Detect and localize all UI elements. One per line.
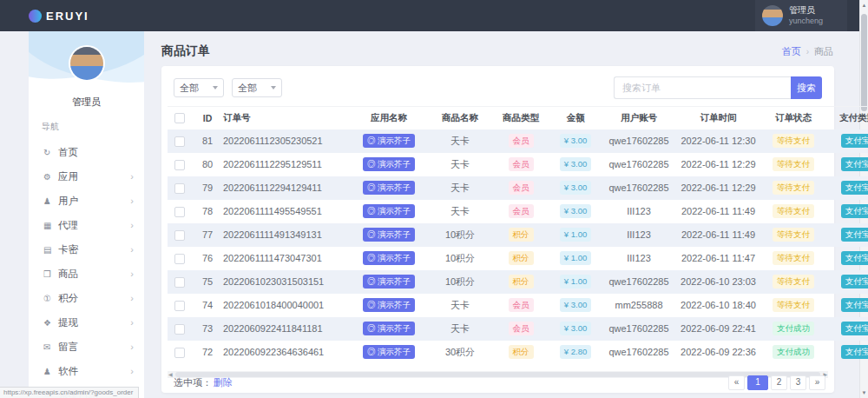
order-time: 2022-06-11 11:47 bbox=[676, 247, 760, 270]
page-button-2[interactable]: 2 bbox=[771, 375, 787, 390]
app-badge: ◎ 演示芥子 bbox=[363, 157, 415, 171]
order-no: 2022061111495549551 bbox=[223, 200, 350, 223]
page-button-«[interactable]: « bbox=[728, 375, 745, 390]
page-button-3[interactable]: 3 bbox=[790, 375, 806, 390]
withdraw-icon: ❖ bbox=[43, 318, 58, 328]
search-input[interactable] bbox=[614, 76, 791, 99]
filter-select-2[interactable]: 全部 bbox=[232, 78, 282, 97]
type-badge: 积分 bbox=[509, 228, 534, 242]
order-id: 78 bbox=[192, 200, 223, 223]
orders-card: 全部 全部 搜索 ID订单号应用名称商品名称商品类型金额用户账号订单时间订单状态… bbox=[161, 66, 834, 393]
row-checkbox[interactable] bbox=[174, 301, 185, 311]
sidebar-item-withdraw[interactable]: ❖ 提现 › bbox=[29, 310, 144, 335]
agents-icon: ▦ bbox=[43, 221, 58, 230]
order-id: 74 bbox=[192, 294, 223, 317]
status-badge: 等待支付 bbox=[773, 134, 814, 148]
amount-badge: ¥ 3.00 bbox=[560, 157, 591, 171]
user-account: III123 bbox=[602, 247, 676, 270]
user-account: III123 bbox=[602, 200, 676, 223]
amount-badge: ¥ 3.00 bbox=[560, 322, 591, 335]
app-badge: ◎ 演示芥子 bbox=[363, 345, 415, 359]
pay-badge: 支付宝 bbox=[841, 204, 868, 218]
row-checkbox[interactable] bbox=[174, 277, 185, 288]
type-badge: 会员 bbox=[509, 322, 534, 335]
sidebar-profile-name: 管理员 bbox=[29, 96, 144, 109]
chevron-down-icon bbox=[213, 86, 218, 90]
vertical-scrollbar-thumb[interactable] bbox=[861, 14, 867, 111]
order-no: 2022060922411841181 bbox=[223, 317, 350, 341]
sidebar-item-agents[interactable]: ▦ 代理 › bbox=[29, 213, 144, 237]
goods-icon: ❒ bbox=[43, 269, 58, 279]
pay-badge: 支付宝 bbox=[841, 228, 868, 242]
type-badge: 会员 bbox=[509, 298, 534, 312]
order-id: 76 bbox=[192, 247, 223, 270]
order-time: 2022-06-11 12:30 bbox=[676, 129, 760, 153]
status-badge: 等待支付 bbox=[773, 275, 814, 289]
user-account: qwe17602285 bbox=[602, 129, 676, 153]
order-id: 81 bbox=[192, 129, 223, 153]
column-header: 应用名称 bbox=[350, 107, 428, 129]
row-checkbox[interactable] bbox=[174, 254, 185, 264]
select-all-checkbox[interactable] bbox=[174, 113, 185, 123]
type-badge: 会员 bbox=[509, 134, 534, 148]
row-checkbox[interactable] bbox=[174, 348, 185, 358]
status-badge: 支付成功 bbox=[773, 345, 814, 359]
order-id: 79 bbox=[192, 176, 223, 200]
row-checkbox[interactable] bbox=[174, 207, 185, 217]
order-time: 2022-06-09 22:36 bbox=[676, 341, 760, 364]
chevron-right-icon: › bbox=[130, 196, 134, 206]
row-checkbox[interactable] bbox=[174, 230, 185, 241]
table-row: 73 2022060922411841181 ◎ 演示芥子 天卡 会员 ¥ 3.… bbox=[168, 317, 868, 341]
table-row: 72 2022060922364636461 ◎ 演示芥子 30积分 积分 ¥ … bbox=[168, 341, 868, 364]
orders-table: ID订单号应用名称商品名称商品类型金额用户账号订单时间订单状态支付类型 81 2… bbox=[168, 106, 868, 364]
sidebar-item-points[interactable]: ① 积分 › bbox=[29, 286, 144, 310]
search-button[interactable]: 搜索 bbox=[791, 76, 822, 99]
product-name: 天卡 bbox=[428, 294, 492, 317]
delete-selected-link[interactable]: 删除 bbox=[214, 377, 233, 388]
scroll-down-icon[interactable]: ▼ bbox=[860, 390, 868, 395]
order-no: 2022061018400040001 bbox=[223, 294, 350, 317]
apps-icon: ⚙ bbox=[43, 172, 58, 182]
product-name: 天卡 bbox=[428, 129, 492, 153]
sidebar-item-software[interactable]: ♟ 软件 › bbox=[29, 359, 144, 383]
pay-badge: 支付宝 bbox=[841, 322, 868, 335]
app-badge: ◎ 演示芥子 bbox=[363, 134, 415, 148]
pay-badge: 支付宝 bbox=[841, 251, 868, 265]
order-time: 2022-06-10 18:40 bbox=[676, 294, 760, 317]
card-key-icon: ▤ bbox=[43, 245, 58, 255]
scroll-left-icon[interactable]: ◀ bbox=[168, 371, 173, 378]
row-checkbox[interactable] bbox=[174, 136, 185, 147]
sidebar-item-goods[interactable]: ❒ 商品 › bbox=[29, 262, 144, 286]
type-badge: 积分 bbox=[509, 275, 534, 289]
amount-badge: ¥ 2.80 bbox=[560, 345, 591, 359]
amount-badge: ¥ 3.00 bbox=[560, 134, 591, 148]
page-title: 商品订单 bbox=[161, 43, 210, 59]
page-button-1[interactable]: 1 bbox=[747, 375, 768, 390]
row-checkbox[interactable] bbox=[174, 183, 185, 194]
status-badge: 等待支付 bbox=[773, 181, 814, 195]
user-menu[interactable]: 管理员 yuncheng bbox=[755, 0, 847, 31]
sidebar-item-card-key[interactable]: ▤ 卡密 › bbox=[29, 237, 144, 262]
sidebar-item-user[interactable]: ♟ 用户 › bbox=[29, 189, 144, 213]
product-name: 10积分 bbox=[428, 247, 492, 270]
filter-select-1[interactable]: 全部 bbox=[174, 78, 224, 97]
row-checkbox[interactable] bbox=[174, 160, 185, 170]
order-id: 73 bbox=[192, 317, 223, 341]
status-badge: 等待支付 bbox=[773, 204, 814, 218]
app-badge: ◎ 演示芥子 bbox=[363, 275, 415, 289]
app-badge: ◎ 演示芥子 bbox=[363, 322, 415, 335]
type-badge: 积分 bbox=[509, 251, 534, 265]
order-time: 2022-06-10 23:03 bbox=[676, 270, 760, 294]
sidebar-item-home[interactable]: ↻ 首页 › bbox=[29, 140, 144, 164]
user-avatar bbox=[762, 5, 783, 26]
page-button-»[interactable]: » bbox=[809, 375, 825, 390]
filter-row: 全部 全部 搜索 bbox=[161, 66, 834, 99]
sidebar-item-message[interactable]: ✉ 留言 › bbox=[29, 335, 144, 359]
order-no: 2022061111491349131 bbox=[223, 223, 350, 247]
row-checkbox[interactable] bbox=[174, 324, 185, 335]
scroll-up-icon[interactable]: ▲ bbox=[860, 3, 868, 8]
table-row: 74 2022061018400040001 ◎ 演示芥子 天卡 会员 ¥ 3.… bbox=[168, 294, 868, 317]
sidebar-item-apps[interactable]: ⚙ 应用 › bbox=[29, 164, 144, 189]
order-id: 77 bbox=[192, 223, 223, 247]
breadcrumb-home-link[interactable]: 首页 bbox=[782, 45, 801, 58]
